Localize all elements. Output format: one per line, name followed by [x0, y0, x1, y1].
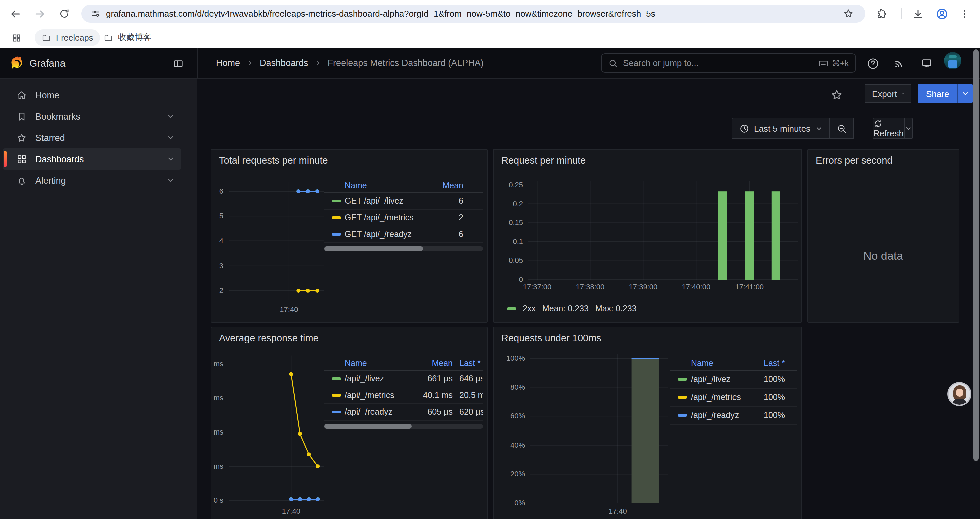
- profile-icon[interactable]: [933, 5, 950, 22]
- chevron-down-icon[interactable]: [167, 134, 175, 142]
- chevron-down-icon: [961, 89, 969, 97]
- site-settings-icon[interactable]: [91, 9, 101, 19]
- series-name: GET /api/_/metrics: [345, 213, 437, 222]
- legend-scrollbar[interactable]: [323, 424, 483, 429]
- legend-scrollbar[interactable]: [323, 246, 483, 251]
- legend-row[interactable]: /api/_/metrics100%: [670, 389, 797, 407]
- legend-row[interactable]: /api/_/livez100%: [670, 371, 797, 389]
- news-rss-icon[interactable]: [891, 56, 907, 72]
- legend-header-value[interactable]: Mean: [437, 181, 463, 190]
- legend-scrollbar-thumb[interactable]: [324, 246, 423, 251]
- series-value: 661 µs: [417, 374, 453, 383]
- legend-table: NameMeanGET /api/_/livez6GET /api/_/metr…: [323, 179, 483, 251]
- monitor-icon[interactable]: [919, 56, 935, 72]
- refresh-button[interactable]: Refresh: [873, 118, 904, 138]
- series-name: /api/_/readyz: [691, 411, 751, 420]
- y-tick-label: 80%: [510, 383, 525, 391]
- legend-header-name[interactable]: Name: [345, 181, 437, 190]
- apps-grid-icon[interactable]: [8, 29, 25, 46]
- legend-scrollbar-thumb[interactable]: [324, 424, 412, 429]
- sidebar-item-label: Dashboards: [35, 154, 159, 164]
- series-color-pill: [331, 394, 340, 397]
- series-value: 646 µs: [453, 374, 483, 383]
- legend-header-value[interactable]: Mean: [417, 359, 453, 368]
- sidebar-toggle-icon[interactable]: [170, 56, 186, 72]
- bookmark-star-icon[interactable]: [840, 5, 857, 22]
- search-input[interactable]: Search or jump to... ⌘+k: [601, 53, 856, 73]
- avatar-detail: [949, 56, 957, 58]
- search-placeholder: Search or jump to...: [623, 58, 813, 68]
- time-range-picker[interactable]: Last 5 minutes: [732, 118, 829, 138]
- y-tick-label: 0.1: [512, 238, 523, 246]
- legend-row[interactable]: /api/_/metrics40.1 ms20.5 ms: [323, 387, 483, 404]
- favorite-star-icon[interactable]: [830, 88, 845, 103]
- breadcrumb-separator-icon: [314, 59, 321, 67]
- page-scrollbar[interactable]: [973, 50, 978, 461]
- series-color-pill: [678, 414, 687, 417]
- bookmark-label: Freeleaps: [56, 33, 93, 42]
- actions-divider: [857, 87, 857, 102]
- sidebar-item-home[interactable]: Home: [3, 84, 181, 105]
- breadcrumb-separator-icon: [246, 59, 253, 67]
- data-point: [296, 189, 300, 193]
- data-point: [298, 497, 302, 501]
- data-point: [315, 189, 319, 193]
- user-avatar[interactable]: [944, 52, 961, 69]
- grafana-logo-icon[interactable]: [9, 55, 25, 72]
- sidebar-item-bookmarks[interactable]: Bookmarks: [3, 105, 181, 127]
- series-value: 40.1 ms: [417, 391, 453, 400]
- download-icon[interactable]: [909, 5, 926, 22]
- share-button[interactable]: Share: [918, 84, 957, 103]
- panel-errors-per-second: Errors per secondNo data: [807, 149, 959, 323]
- chevron-down-icon[interactable]: [167, 112, 175, 120]
- folder-icon: [103, 33, 113, 43]
- zoom-out-button[interactable]: [830, 118, 853, 138]
- reload-icon[interactable]: [56, 5, 73, 22]
- sidebar-item-dashboards[interactable]: Dashboards: [3, 148, 181, 170]
- y-tick-label: 0.05: [508, 256, 523, 265]
- share-menu-button[interactable]: [957, 84, 972, 103]
- data-point: [315, 464, 319, 468]
- legend-row[interactable]: GET /api/_/readyz6: [323, 227, 483, 243]
- bar: [745, 192, 753, 279]
- url-text[interactable]: grafana.mathmast.com/d/deytv4rwavabkb/fr…: [106, 9, 655, 19]
- bookmarks-bar: Freeleaps收藏博客: [0, 27, 980, 48]
- legend-header-name[interactable]: Name: [691, 359, 751, 368]
- export-button[interactable]: Export: [865, 84, 911, 103]
- breadcrumb-item[interactable]: Home: [216, 58, 240, 68]
- chevron-down-icon[interactable]: [167, 176, 175, 184]
- legend-row[interactable]: /api/_/livez661 µs646 µs: [323, 371, 483, 387]
- bookmark-folder[interactable]: Freeleaps: [35, 29, 100, 46]
- legend-row[interactable]: GET /api/_/livez6: [323, 193, 483, 210]
- extensions-icon[interactable]: [873, 5, 890, 22]
- legend-row[interactable]: GET /api/_/metrics2: [323, 210, 483, 227]
- refresh-interval-button[interactable]: [904, 125, 912, 132]
- legend-row[interactable]: /api/_/readyz100%: [670, 407, 797, 425]
- floating-assistant-avatar[interactable]: [947, 382, 971, 406]
- url-bar[interactable]: grafana.mathmast.com/d/deytv4rwavabkb/fr…: [81, 5, 865, 23]
- y-tick-label: 20%: [510, 469, 525, 478]
- legend-header-name[interactable]: Name: [345, 359, 417, 368]
- sidebar-item-alerting[interactable]: Alerting: [3, 170, 181, 191]
- keyboard-icon: [818, 58, 829, 69]
- chevron-down-icon[interactable]: [167, 155, 175, 163]
- back-icon[interactable]: [7, 5, 23, 22]
- series-color-pill: [331, 233, 340, 236]
- sidebar-item-starred[interactable]: Starred: [3, 127, 181, 148]
- screen: grafana.mathmast.com/d/deytv4rwavabkb/fr…: [0, 0, 980, 519]
- inline-legend[interactable]: 2xxMean: 0.233Max: 0.233: [507, 304, 637, 313]
- data-point: [307, 452, 310, 456]
- help-icon[interactable]: [865, 56, 881, 72]
- y-tick-label: 4: [219, 237, 223, 245]
- bookmark-folder[interactable]: 收藏博客: [97, 29, 158, 46]
- data-point: [315, 289, 319, 292]
- forward-icon[interactable]: [31, 5, 48, 22]
- breadcrumb-item[interactable]: Dashboards: [259, 58, 308, 68]
- chevron-down-icon: [904, 125, 912, 132]
- legend-header-value[interactable]: Last *: [751, 359, 785, 368]
- x-tick-label: 17:40: [608, 507, 627, 515]
- legend-row[interactable]: /api/_/readyz605 µs620 µs: [323, 404, 483, 421]
- panel-title[interactable]: Errors per second: [816, 155, 892, 166]
- browser-menu-icon[interactable]: [956, 5, 973, 22]
- legend-header-value[interactable]: Last *: [453, 359, 483, 368]
